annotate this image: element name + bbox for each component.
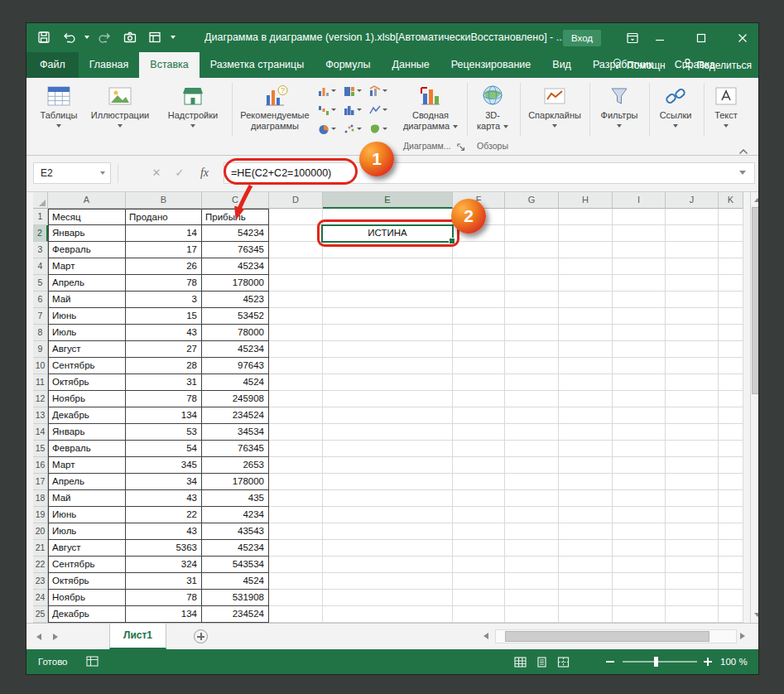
cell-D11[interactable] [269,374,323,391]
cell-H3[interactable] [559,242,613,258]
row-header-16[interactable]: 16 [33,457,48,474]
row-header-15[interactable]: 15 [33,441,48,457]
cell-D2[interactable] [269,225,323,242]
row-header-25[interactable]: 25 [33,606,48,623]
tables-group-button[interactable]: Таблицы [35,81,83,141]
cell-I17[interactable] [613,474,666,490]
cell-I1[interactable] [613,209,666,225]
cell-C13[interactable]: 234524 [202,407,269,424]
cell-F19[interactable] [453,507,505,523]
cell-A8[interactable]: Июль [48,325,126,341]
cell-A24[interactable]: Ноябрь [48,590,126,606]
cell-H17[interactable] [559,474,613,490]
cell-J13[interactable] [666,407,719,424]
cell-B22[interactable]: 324 [126,557,202,573]
close-button[interactable] [729,23,757,52]
screen-clip-icon[interactable] [121,28,139,46]
cell-J15[interactable] [666,441,719,457]
cell-D7[interactable] [269,308,323,325]
ribbon-display-options-icon[interactable] [624,30,641,46]
cell-K18[interactable] [719,490,743,507]
cell-E1[interactable] [323,209,453,225]
ribbon-tab-Файл[interactable]: Файл [26,52,79,78]
cell-E9[interactable] [323,341,453,358]
cell-A18[interactable]: Май [48,490,126,507]
cell-F17[interactable] [453,474,505,490]
column-header-B[interactable]: B [126,192,202,209]
cell-F11[interactable] [453,374,505,391]
cell-K22[interactable] [719,557,743,573]
collapse-ribbon-icon[interactable] [738,143,750,152]
cell-J23[interactable] [666,573,719,590]
cell-J11[interactable] [666,374,719,391]
cell-H21[interactable] [559,540,613,557]
cell-D12[interactable] [269,391,323,407]
histogram-chart-button[interactable] [344,104,369,116]
cell-J8[interactable] [666,325,719,341]
cell-C5[interactable]: 178000 [202,275,269,292]
cell-A23[interactable]: Октябрь [48,573,126,590]
cell-E8[interactable] [323,325,453,341]
cell-A25[interactable]: Декабрь [48,606,126,623]
cell-C6[interactable]: 4523 [202,292,269,308]
cell-C4[interactable]: 45234 [202,258,269,275]
cell-H8[interactable] [559,325,613,341]
cell-H18[interactable] [559,490,613,507]
charts-dialog-launcher-icon[interactable] [456,141,466,151]
new-sheet-icon[interactable] [194,629,208,643]
cell-B2[interactable]: 14 [126,225,202,242]
cell-H12[interactable] [559,391,613,407]
cell-K7[interactable] [719,308,743,325]
cell-C3[interactable]: 76345 [202,242,269,258]
cell-D21[interactable] [269,540,323,557]
cell-E6[interactable] [323,292,453,308]
cell-H2[interactable] [559,225,613,242]
cell-E24[interactable] [323,590,453,606]
cell-F3[interactable] [453,242,505,258]
cell-E16[interactable] [323,457,453,474]
cell-A7[interactable]: Июнь [48,308,126,325]
ribbon-tab-Главная[interactable]: Главная [79,52,140,78]
cell-F23[interactable] [453,573,505,590]
column-header-H[interactable]: H [559,192,613,209]
cell-B23[interactable]: 31 [126,573,202,590]
cell-I10[interactable] [613,358,666,374]
cell-F10[interactable] [453,358,505,374]
cell-B15[interactable]: 54 [126,441,202,457]
cell-K9[interactable] [719,341,743,358]
cell-I3[interactable] [613,242,666,258]
cell-D10[interactable] [269,358,323,374]
cell-D4[interactable] [269,258,323,275]
cell-G23[interactable] [505,573,559,590]
cell-D1[interactable] [269,209,323,225]
enter-icon[interactable]: ✓ [169,162,190,184]
addins-group-button[interactable]: Надстройки [159,81,227,141]
cell-C2[interactable]: 54234 [202,225,269,242]
cell-F8[interactable] [453,325,505,341]
cell-F2[interactable] [453,225,505,242]
cell-E5[interactable] [323,275,453,292]
undo-icon[interactable] [60,28,78,46]
cell-I15[interactable] [613,441,666,457]
cell-C21[interactable]: 45234 [202,540,269,557]
illustrations-group-button[interactable]: Иллюстрации [88,81,152,141]
cell-J22[interactable] [666,557,719,573]
cell-H25[interactable] [559,606,613,623]
combo-chart-button[interactable] [369,84,395,97]
cell-E25[interactable] [323,606,453,623]
cell-E2[interactable]: ИСТИНА [323,225,453,242]
cell-H19[interactable] [559,507,613,523]
horizontal-scrollbar[interactable] [495,629,737,643]
cell-D17[interactable] [269,474,323,490]
cell-D25[interactable] [269,606,323,623]
cell-H4[interactable] [559,258,613,275]
cell-F14[interactable] [453,424,505,441]
name-box[interactable]: E2 [33,162,111,184]
zoom-in-icon[interactable] [704,658,712,666]
cell-I9[interactable] [613,341,666,358]
cell-D15[interactable] [269,441,323,457]
cell-I23[interactable] [613,573,666,590]
cell-I4[interactable] [613,258,666,275]
cell-E11[interactable] [323,374,453,391]
cell-E12[interactable] [323,391,453,407]
